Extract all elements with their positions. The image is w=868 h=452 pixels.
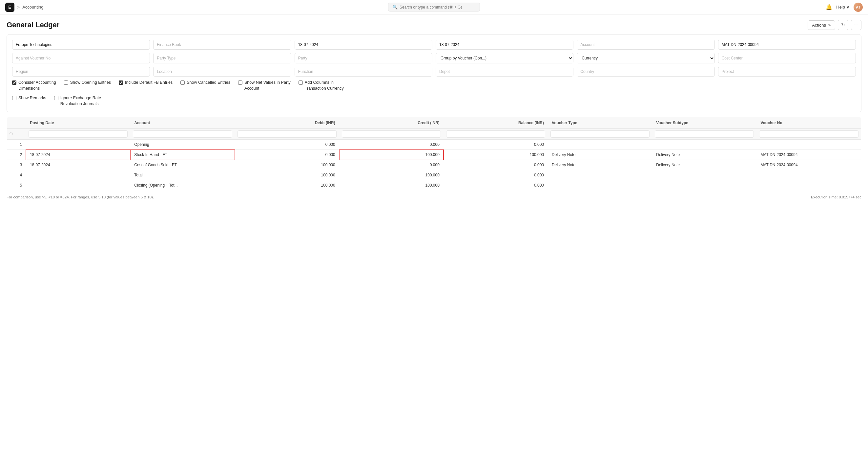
account-filter[interactable] <box>577 40 714 50</box>
row-selector-dot[interactable] <box>9 132 13 135</box>
cell-account: Cost of Goods Sold - FT <box>130 160 235 170</box>
avatar[interactable]: AT <box>854 3 863 12</box>
notification-bell-icon[interactable]: 🔔 <box>826 4 832 10</box>
actions-button[interactable]: Actions ⇅ <box>808 20 835 30</box>
to-date-filter[interactable] <box>436 40 574 50</box>
show-opening-entries-checkbox[interactable]: Show Opening Entries <box>64 80 111 86</box>
more-options-button[interactable]: ··· <box>851 20 862 30</box>
consider-accounting-dimensions-checkbox[interactable]: Consider AccountingDimensions <box>12 80 56 91</box>
search-input[interactable] <box>400 5 476 9</box>
party-filter[interactable] <box>294 53 432 63</box>
cell-voucher-type <box>548 170 652 180</box>
project-filter[interactable] <box>718 67 856 77</box>
region-filter[interactable] <box>12 67 150 77</box>
execution-time: Execution Time: 0.015774 sec <box>811 195 862 199</box>
help-button[interactable]: Help ∨ <box>836 5 849 9</box>
status-bar: For comparison, use >5, <10 or =324. For… <box>0 193 868 202</box>
cost-center-filter[interactable] <box>718 53 856 63</box>
data-table: Posting Date Account Debit (INR) Credit … <box>6 117 862 191</box>
filter-account-input[interactable] <box>133 131 232 138</box>
table-row: 218-07-2024Stock In Hand - FT0.000100.00… <box>7 150 862 160</box>
cell-voucher-no: MAT-DN-2024-00094 <box>756 150 861 160</box>
from-date-filter[interactable] <box>294 40 432 50</box>
page-title: General Ledger <box>6 21 59 29</box>
topnav-right: 🔔 Help ∨ AT <box>480 3 863 12</box>
row-select-cell <box>7 180 16 191</box>
ignore-exchange-rate-checkbox[interactable]: Ignore Exchange RateRevaluation Journals <box>54 95 101 107</box>
country-filter[interactable] <box>577 67 714 77</box>
function-filter[interactable] <box>294 67 432 77</box>
cell-credit: 0.000 <box>339 140 443 150</box>
app-icon[interactable]: E <box>5 3 14 12</box>
table-row: 5Closing (Opening + Tot...100.000100.000… <box>7 180 862 191</box>
row-number: 2 <box>16 150 26 160</box>
actions-sort-icon: ⇅ <box>828 23 831 27</box>
col-balance: Balance (INR) <box>443 117 548 129</box>
row-number: 4 <box>16 170 26 180</box>
col-rownum <box>16 117 26 129</box>
header-actions: Actions ⇅ ↻ ··· <box>808 20 862 30</box>
cell-debit: 100.000 <box>235 180 339 191</box>
avatar-initials: AT <box>856 5 861 9</box>
group-by-filter[interactable]: Group by Voucher (Con...) <box>436 53 574 63</box>
row-number: 3 <box>16 160 26 170</box>
filter-voucher-no-input[interactable] <box>759 131 859 138</box>
filter-voucher-subtype-input[interactable] <box>655 131 754 138</box>
breadcrumb-accounting[interactable]: Accounting <box>22 5 43 9</box>
show-net-values-checkbox[interactable]: Show Net Values in PartyAccount <box>238 80 291 91</box>
cell-balance: 0.000 <box>443 180 548 191</box>
cell-voucher-subtype <box>652 140 756 150</box>
cell-credit: 0.000 <box>339 160 443 170</box>
row-select-cell <box>7 140 16 150</box>
topnav-left: E > Accounting <box>5 3 388 12</box>
breadcrumb-separator: > <box>17 5 20 10</box>
col-posting-date: Posting Date <box>26 117 130 129</box>
location-filter[interactable] <box>153 67 291 77</box>
currency-filter[interactable]: Currency <box>577 53 714 63</box>
include-default-fb-entries-checkbox[interactable]: Include Default FB Entries <box>119 80 173 86</box>
checkboxes-row-1: Consider AccountingDimensions Show Openi… <box>12 80 856 91</box>
table-row: 318-07-2024Cost of Goods Sold - FT100.00… <box>7 160 862 170</box>
filter-cell-voucher-no <box>756 129 861 140</box>
search-icon: 🔍 <box>392 5 398 9</box>
depot-filter[interactable] <box>436 67 574 77</box>
filter-balance-input[interactable] <box>446 131 545 138</box>
page-header: General Ledger Actions ⇅ ↻ ··· <box>0 15 868 34</box>
help-label: Help <box>836 5 845 9</box>
refresh-button[interactable]: ↻ <box>838 20 848 30</box>
show-remarks-checkbox[interactable]: Show Remarks <box>12 95 46 101</box>
against-voucher-filter[interactable] <box>12 53 150 63</box>
col-credit: Credit (INR) <box>339 117 443 129</box>
cell-credit: 100.000 <box>339 180 443 191</box>
cell-debit: 100.000 <box>235 170 339 180</box>
table-row: 4Total100.000100.0000.000 <box>7 170 862 180</box>
cell-balance: 0.000 <box>443 170 548 180</box>
filter-cell-posting-date <box>26 129 130 140</box>
party-type-filter[interactable] <box>153 53 291 63</box>
add-columns-transaction-currency-checkbox[interactable]: Add Columns inTransaction Currency <box>299 80 344 91</box>
filter-debit-input[interactable] <box>238 131 337 138</box>
cell-voucher-type <box>548 140 652 150</box>
filter-cell-debit <box>235 129 339 140</box>
actions-label: Actions <box>812 23 826 28</box>
table-section: Posting Date Account Debit (INR) Credit … <box>6 117 862 191</box>
cell-credit: 100.000 <box>339 170 443 180</box>
cell-debit: 0.000 <box>235 150 339 160</box>
filter-cell-voucher-subtype <box>652 129 756 140</box>
company-filter[interactable] <box>12 40 150 50</box>
cell-posting-date <box>26 170 130 180</box>
cell-voucher-type <box>548 180 652 191</box>
filter-credit-input[interactable] <box>342 131 441 138</box>
cell-voucher-no <box>756 180 861 191</box>
cell-account: Opening <box>130 140 235 150</box>
voucher-no-filter[interactable] <box>718 40 856 50</box>
filter-posting-date-input[interactable] <box>29 131 128 138</box>
row-number: 1 <box>16 140 26 150</box>
search-bar[interactable]: 🔍 <box>388 3 480 11</box>
show-cancelled-entries-checkbox[interactable]: Show Cancelled Entries <box>180 80 230 86</box>
topnav: E > Accounting 🔍 🔔 Help ∨ AT <box>0 0 868 15</box>
filter-voucher-type-input[interactable] <box>551 131 650 138</box>
filter-cell-account <box>130 129 235 140</box>
cell-credit: 100.000 <box>339 150 443 160</box>
finance-book-filter[interactable] <box>153 40 291 50</box>
